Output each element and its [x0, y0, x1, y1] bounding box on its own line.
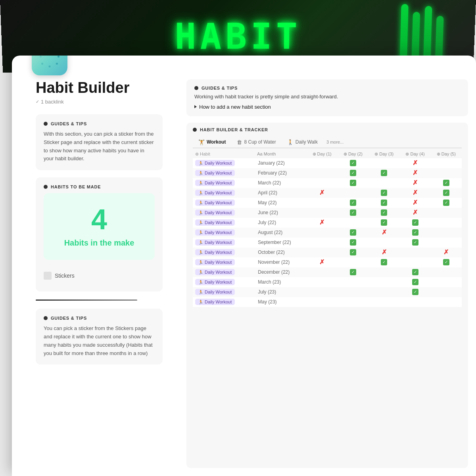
day1-cell [306, 208, 337, 218]
day2-cell: ✓ [338, 178, 369, 188]
tab-workout[interactable]: 🏋 Workout [193, 137, 231, 148]
day4-cell: ✓ [399, 277, 430, 287]
habit-cell: 🏃 Daily Workout [193, 238, 255, 248]
day2-cell: ✓ [338, 238, 369, 248]
divider [36, 299, 137, 301]
tab-water[interactable]: 🗑 8 Cup of Water [231, 137, 281, 148]
section-dot-2 [44, 316, 48, 320]
day3-cell: ✓ [369, 168, 399, 178]
col-day2: ⊕ Day (2) [338, 150, 369, 158]
main-card: Habit Builder ✓ 1 backlink GUIDES & TIPS… [12, 56, 476, 476]
tab-walk[interactable]: 🚶 Daily Walk [282, 137, 323, 148]
section-header-2: GUIDES & TIPS [44, 316, 155, 321]
day4-cell: ✓ [399, 238, 430, 248]
month-cell: February (22) [255, 168, 306, 178]
table-row: 🏃 Daily Workout February (22) ✓ ✓ ✗ [193, 168, 462, 178]
table-row: 🏃 Daily Workout June (22) ✓ ✓ ✗ [193, 208, 462, 218]
table-row: 🏃 Daily Workout May (23) [193, 297, 462, 307]
walk-icon: 🚶 [287, 139, 294, 145]
backlink[interactable]: ✓ 1 backlink [36, 99, 163, 105]
month-cell: March (23) [255, 277, 306, 287]
day4-cell: ✓ [399, 228, 430, 238]
col-day3: ⊕ Day (3) [369, 150, 399, 158]
day5-cell [431, 208, 462, 218]
day3-cell [369, 287, 399, 297]
guides-top-dot [194, 86, 198, 90]
habit-cell: 🏃 Daily Workout [193, 208, 255, 218]
day2-cell [338, 218, 369, 228]
table-row: 🏃 Daily Workout May (22) ✓ ✓ ✗ ✓ [193, 198, 462, 208]
guides-link-text: How to add a new habit section [199, 104, 271, 110]
guides-section-title-2: GUIDES & TIPS [51, 316, 87, 321]
habit-cell: 🏃 Daily Workout [193, 267, 255, 277]
right-panel: GUIDES & TIPS Working with habit tracker… [178, 79, 476, 476]
habit-cell: 🏃 Daily Workout [193, 158, 255, 168]
page-title: Habit Builder [36, 79, 163, 96]
day2-cell: ✓ [338, 158, 369, 168]
day1-cell [306, 178, 337, 188]
table-row: 🏃 Daily Workout January (22) ✓ ✗ [193, 158, 462, 168]
day3-cell [369, 277, 399, 287]
day4-cell [399, 248, 430, 257]
day4-cell [399, 257, 430, 267]
day4-cell: ✓ [399, 267, 430, 277]
section-dot-1 [44, 122, 48, 126]
day5-cell: ✓ [431, 198, 462, 208]
habits-to-be-made-section: HABITS TO BE MADE 4 Habits in the make S… [36, 177, 163, 292]
day4-cell: ✗ [399, 188, 430, 198]
stickers-row: Stickers [44, 267, 155, 284]
day4-cell: ✗ [399, 178, 430, 188]
day5-cell: ✗ [431, 248, 462, 257]
day2-cell: ✓ [338, 208, 369, 218]
tracker-table: ⊕ Habit Aa Month ⊕ Day (1) ⊕ Day (2) ⊕ D… [193, 150, 462, 307]
table-row: 🏃 Daily Workout March (22) ✓ ✗ ✓ [193, 178, 462, 188]
habit-cell: 🏃 Daily Workout [193, 257, 255, 267]
more-tabs[interactable]: 3 more... [323, 138, 347, 146]
guides-link[interactable]: How to add a new habit section [194, 104, 460, 110]
table-row: 🏃 Daily Workout August (22) ✓ ✗ ✓ [193, 228, 462, 238]
day1-cell [306, 168, 337, 178]
month-cell: May (22) [255, 198, 306, 208]
guides-section-text-2: You can pick a sticker from the Stickers… [44, 324, 155, 357]
month-cell: September (22) [255, 238, 306, 248]
habit-cell: 🏃 Daily Workout [193, 168, 255, 178]
guides-section-title-1: GUIDES & TIPS [51, 121, 87, 126]
day2-cell: ✓ [338, 198, 369, 208]
col-day4: ⊕ Day (4) [399, 150, 430, 158]
day5-cell [431, 158, 462, 168]
tracker-dot [193, 128, 197, 132]
habit-cell: 🏃 Daily Workout [193, 297, 255, 307]
day5-cell [431, 267, 462, 277]
day4-cell: ✓ [399, 287, 430, 297]
stickers-icon [44, 272, 52, 280]
col-habit: ⊕ Habit [193, 150, 255, 158]
tracker-table-wrapper: ⊕ Habit Aa Month ⊕ Day (1) ⊕ Day (2) ⊕ D… [193, 150, 462, 464]
day3-cell: ✓ [369, 218, 399, 228]
table-row: 🏃 Daily Workout April (22) ✗ ✓ ✗ ✓ [193, 188, 462, 198]
day1-cell [306, 198, 337, 208]
guides-top-text: Working with habit tracker is pretty sim… [194, 93, 460, 101]
day2-cell: ✓ [338, 168, 369, 178]
day2-cell [338, 287, 369, 297]
table-row: 🏃 Daily Workout December (22) ✓ ✓ [193, 267, 462, 277]
section-header-1: GUIDES & TIPS [44, 121, 155, 126]
day5-cell: ✓ [431, 257, 462, 267]
card-content: Habit Builder ✓ 1 backlink GUIDES & TIPS… [12, 56, 476, 476]
day2-cell: ✓ [338, 228, 369, 238]
table-row: 🏃 Daily Workout July (23) ✓ [193, 287, 462, 297]
day1-cell: ✗ [306, 188, 337, 198]
day1-cell [306, 228, 337, 238]
guides-top-header: GUIDES & TIPS [194, 86, 460, 90]
day2-cell [338, 257, 369, 267]
habits-title: HABITS TO BE MADE [51, 184, 101, 189]
month-cell: July (22) [255, 218, 306, 228]
day2-cell [338, 188, 369, 198]
guides-tips-top: GUIDES & TIPS Working with habit tracker… [186, 79, 468, 116]
month-cell: December (22) [255, 267, 306, 277]
day1-cell [306, 287, 337, 297]
neon-text: HABIT [175, 16, 301, 57]
guides-tips-card-1: GUIDES & TIPS With this section, you can… [36, 114, 163, 170]
habit-cell: 🏃 Daily Workout [193, 228, 255, 238]
day5-cell: ✓ [431, 178, 462, 188]
day4-cell: ✗ [399, 208, 430, 218]
